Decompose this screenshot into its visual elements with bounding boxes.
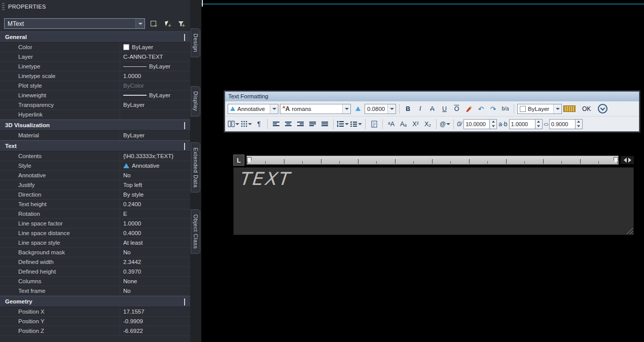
property-value[interactable]: Annotative	[120, 161, 190, 170]
chevron-down-icon[interactable]	[342, 104, 350, 113]
align-right-button[interactable]	[295, 119, 306, 129]
oblique-angle-spinner[interactable]: 10.0000	[463, 119, 497, 129]
superscript-button[interactable]: X²	[410, 119, 421, 129]
property-value[interactable]: 0.2400	[120, 200, 190, 209]
property-value[interactable]: No	[120, 286, 190, 295]
property-value[interactable]: {\H0.33333x;TEXT}	[120, 151, 190, 161]
property-value[interactable]: ByLayer	[120, 131, 190, 140]
spinner-arrows[interactable]	[490, 119, 497, 129]
distribute-button[interactable]	[319, 119, 330, 129]
drawing-canvas[interactable]: Text Formatting Annotative AA romans 0.0…	[201, 0, 644, 342]
collapse-chevron-icon[interactable]	[184, 298, 185, 305]
property-value[interactable]: E	[120, 209, 190, 218]
property-value[interactable]: Top left	[120, 180, 190, 189]
select-objects-button[interactable]: +	[161, 18, 172, 29]
quick-select-button[interactable]: +	[175, 18, 187, 29]
uppercase-button[interactable]: ᵃA	[386, 119, 397, 129]
text-style-value: Annotative	[237, 106, 265, 112]
section-header-text[interactable]: Text	[0, 140, 190, 151]
chevron-down-icon[interactable]	[553, 104, 561, 113]
resize-grip[interactable]	[626, 227, 633, 234]
justify-button[interactable]	[307, 119, 318, 129]
options-button[interactable]	[597, 103, 608, 114]
align-center-button[interactable]	[283, 119, 294, 129]
property-value[interactable]: No	[120, 248, 190, 257]
columns-dropdown[interactable]	[228, 119, 239, 129]
property-value[interactable]: 0.4000	[120, 229, 190, 238]
text-style-dropdown[interactable]: Annotative	[228, 104, 278, 114]
property-value[interactable]: C-ANNO-TEXT	[120, 52, 190, 61]
lowercase-button[interactable]: Aₐ	[398, 119, 409, 129]
collapse-chevron-icon[interactable]	[184, 34, 185, 40]
subscript-button[interactable]: X₂	[422, 119, 433, 129]
palette-grip[interactable]	[2, 3, 5, 10]
symbol-dropdown[interactable]: @	[440, 119, 450, 129]
bold-button[interactable]: B	[403, 103, 413, 114]
section-header-general[interactable]: General	[0, 31, 190, 43]
line-spacing-dropdown[interactable]	[337, 119, 349, 129]
tab-stop-button[interactable]: L	[233, 155, 244, 166]
text-height-dropdown[interactable]: 0.0800	[365, 104, 396, 114]
property-value[interactable]: By style	[120, 190, 190, 199]
undo-button[interactable]: ↶	[476, 103, 486, 114]
overline-button[interactable]: O	[451, 103, 462, 114]
ruler-toggle-button[interactable]	[563, 103, 576, 114]
align-left-button[interactable]	[271, 119, 281, 129]
insert-field-button[interactable]	[369, 119, 379, 129]
tracking-value[interactable]: 1.0000	[509, 119, 535, 129]
property-value[interactable]	[120, 110, 190, 119]
property-value[interactable]: ByLayer	[120, 91, 190, 100]
property-value[interactable]: -6.6922	[120, 326, 190, 335]
property-value[interactable]: ByColor	[120, 81, 190, 90]
font-dropdown[interactable]: AA romans	[280, 104, 351, 114]
underline-button[interactable]: U	[439, 103, 450, 114]
width-factor-spinner[interactable]: 0.9000	[549, 119, 583, 129]
width-factor-value[interactable]: 0.9000	[549, 119, 576, 129]
chevron-down-icon[interactable]	[387, 104, 396, 113]
mtext-textarea[interactable]: TEXT	[233, 167, 634, 235]
stack-button[interactable]: b/a	[500, 103, 511, 114]
column-width-arrows[interactable]	[621, 156, 634, 164]
property-value[interactable]: ByLayer	[120, 100, 190, 109]
oblique-angle-value[interactable]: 10.0000	[463, 119, 490, 129]
match-formatting-button[interactable]	[463, 103, 474, 114]
palette-tab-design[interactable]: Design	[191, 28, 200, 57]
property-value[interactable]: 1.0000	[120, 71, 190, 81]
spinner-arrows[interactable]	[535, 119, 543, 129]
property-value[interactable]: 17.1557	[120, 307, 190, 316]
mtext-content[interactable]: TEXT	[238, 169, 291, 189]
paragraph-button[interactable]: ¶	[254, 119, 264, 129]
palette-tab-extended-data[interactable]: Extended Data	[191, 142, 200, 193]
property-value[interactable]: None	[120, 277, 190, 286]
section-header-geometry[interactable]: Geometry	[0, 296, 190, 307]
collapse-chevron-icon[interactable]	[184, 143, 185, 149]
spinner-arrows[interactable]	[576, 119, 583, 129]
numbering-dropdown[interactable]	[350, 119, 362, 129]
chevron-down-icon[interactable]	[270, 104, 278, 113]
mtext-justification-dropdown[interactable]	[241, 119, 252, 129]
collapse-chevron-icon[interactable]	[184, 122, 185, 128]
property-value[interactable]: No	[120, 171, 190, 180]
tracking-spinner[interactable]: 1.0000	[509, 119, 543, 129]
property-value[interactable]: 2.3442	[120, 257, 190, 267]
strikethrough-button[interactable]: A	[427, 103, 438, 114]
italic-button[interactable]: I	[415, 103, 425, 114]
chevron-down-icon[interactable]	[135, 19, 145, 28]
property-value[interactable]: At least	[120, 238, 190, 247]
palette-tab-display[interactable]: Display	[191, 86, 200, 117]
property-value[interactable]: ByLayer	[120, 43, 190, 52]
toggle-pickadd-button[interactable]: +	[148, 18, 159, 29]
ok-button[interactable]: OK	[577, 103, 596, 114]
toolbar-title[interactable]: Text Formatting	[225, 92, 639, 101]
object-type-dropdown[interactable]: MText	[4, 18, 145, 29]
property-value[interactable]: -0.9909	[120, 317, 190, 326]
redo-button[interactable]: ↷	[488, 103, 498, 114]
text-color-dropdown[interactable]: ByLayer	[517, 104, 562, 114]
property-value[interactable]: ByLayer	[120, 62, 190, 71]
annotative-toggle-button[interactable]	[352, 103, 363, 114]
property-value[interactable]: 1.0000	[120, 219, 190, 228]
section-header-3d-visualization[interactable]: 3D Visualization	[0, 120, 190, 131]
ruler[interactable]	[246, 156, 619, 165]
palette-tab-object-class[interactable]: Object Class	[191, 209, 200, 254]
property-value[interactable]: 0.3970	[120, 267, 190, 276]
